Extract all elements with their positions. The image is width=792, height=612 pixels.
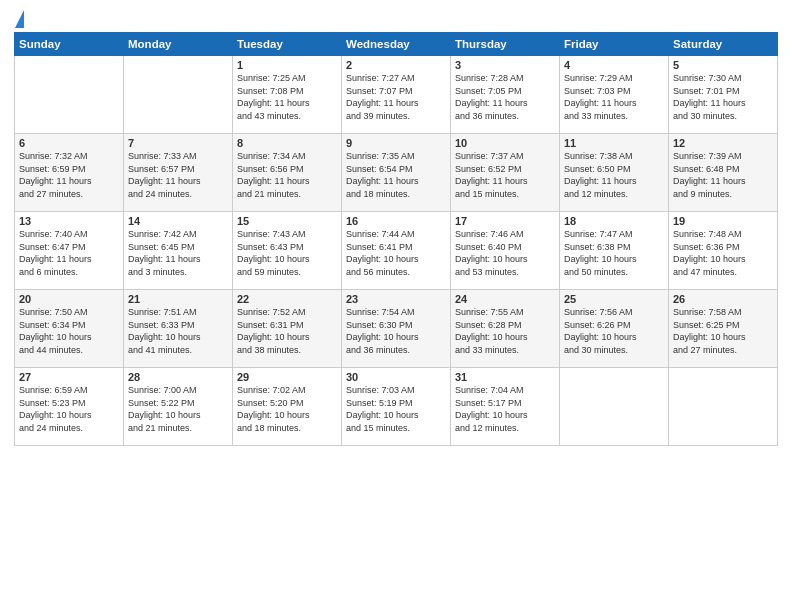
calendar-cell: 29Sunrise: 7:02 AM Sunset: 5:20 PM Dayli… [233, 368, 342, 446]
cell-info: Sunrise: 6:59 AM Sunset: 5:23 PM Dayligh… [19, 384, 119, 434]
cell-info: Sunrise: 7:43 AM Sunset: 6:43 PM Dayligh… [237, 228, 337, 278]
calendar-cell: 7Sunrise: 7:33 AM Sunset: 6:57 PM Daylig… [124, 134, 233, 212]
calendar-cell [124, 56, 233, 134]
day-number: 29 [237, 371, 337, 383]
column-header-monday: Monday [124, 33, 233, 56]
week-row-3: 13Sunrise: 7:40 AM Sunset: 6:47 PM Dayli… [15, 212, 778, 290]
day-number: 7 [128, 137, 228, 149]
calendar-cell: 2Sunrise: 7:27 AM Sunset: 7:07 PM Daylig… [342, 56, 451, 134]
column-header-thursday: Thursday [451, 33, 560, 56]
cell-info: Sunrise: 7:40 AM Sunset: 6:47 PM Dayligh… [19, 228, 119, 278]
calendar-cell: 11Sunrise: 7:38 AM Sunset: 6:50 PM Dayli… [560, 134, 669, 212]
cell-info: Sunrise: 7:33 AM Sunset: 6:57 PM Dayligh… [128, 150, 228, 200]
column-header-sunday: Sunday [15, 33, 124, 56]
calendar-cell: 5Sunrise: 7:30 AM Sunset: 7:01 PM Daylig… [669, 56, 778, 134]
header-row: SundayMondayTuesdayWednesdayThursdayFrid… [15, 33, 778, 56]
cell-info: Sunrise: 7:58 AM Sunset: 6:25 PM Dayligh… [673, 306, 773, 356]
cell-info: Sunrise: 7:38 AM Sunset: 6:50 PM Dayligh… [564, 150, 664, 200]
cell-info: Sunrise: 7:46 AM Sunset: 6:40 PM Dayligh… [455, 228, 555, 278]
cell-info: Sunrise: 7:39 AM Sunset: 6:48 PM Dayligh… [673, 150, 773, 200]
calendar-cell [15, 56, 124, 134]
day-number: 24 [455, 293, 555, 305]
calendar-cell: 12Sunrise: 7:39 AM Sunset: 6:48 PM Dayli… [669, 134, 778, 212]
day-number: 1 [237, 59, 337, 71]
cell-info: Sunrise: 7:29 AM Sunset: 7:03 PM Dayligh… [564, 72, 664, 122]
calendar-cell: 6Sunrise: 7:32 AM Sunset: 6:59 PM Daylig… [15, 134, 124, 212]
day-number: 18 [564, 215, 664, 227]
day-number: 4 [564, 59, 664, 71]
week-row-1: 1Sunrise: 7:25 AM Sunset: 7:08 PM Daylig… [15, 56, 778, 134]
calendar-body: 1Sunrise: 7:25 AM Sunset: 7:08 PM Daylig… [15, 56, 778, 446]
day-number: 30 [346, 371, 446, 383]
cell-info: Sunrise: 7:37 AM Sunset: 6:52 PM Dayligh… [455, 150, 555, 200]
header [14, 10, 778, 24]
calendar-cell: 22Sunrise: 7:52 AM Sunset: 6:31 PM Dayli… [233, 290, 342, 368]
day-number: 6 [19, 137, 119, 149]
day-number: 20 [19, 293, 119, 305]
calendar-cell: 25Sunrise: 7:56 AM Sunset: 6:26 PM Dayli… [560, 290, 669, 368]
cell-info: Sunrise: 7:52 AM Sunset: 6:31 PM Dayligh… [237, 306, 337, 356]
calendar-cell: 24Sunrise: 7:55 AM Sunset: 6:28 PM Dayli… [451, 290, 560, 368]
week-row-2: 6Sunrise: 7:32 AM Sunset: 6:59 PM Daylig… [15, 134, 778, 212]
calendar-cell: 4Sunrise: 7:29 AM Sunset: 7:03 PM Daylig… [560, 56, 669, 134]
cell-info: Sunrise: 7:00 AM Sunset: 5:22 PM Dayligh… [128, 384, 228, 434]
calendar-cell: 19Sunrise: 7:48 AM Sunset: 6:36 PM Dayli… [669, 212, 778, 290]
day-number: 19 [673, 215, 773, 227]
day-number: 17 [455, 215, 555, 227]
day-number: 11 [564, 137, 664, 149]
calendar-cell: 20Sunrise: 7:50 AM Sunset: 6:34 PM Dayli… [15, 290, 124, 368]
day-number: 26 [673, 293, 773, 305]
logo [14, 10, 24, 24]
day-number: 5 [673, 59, 773, 71]
calendar-cell: 1Sunrise: 7:25 AM Sunset: 7:08 PM Daylig… [233, 56, 342, 134]
calendar-cell: 14Sunrise: 7:42 AM Sunset: 6:45 PM Dayli… [124, 212, 233, 290]
day-number: 22 [237, 293, 337, 305]
day-number: 8 [237, 137, 337, 149]
cell-info: Sunrise: 7:51 AM Sunset: 6:33 PM Dayligh… [128, 306, 228, 356]
calendar-cell: 10Sunrise: 7:37 AM Sunset: 6:52 PM Dayli… [451, 134, 560, 212]
day-number: 27 [19, 371, 119, 383]
cell-info: Sunrise: 7:32 AM Sunset: 6:59 PM Dayligh… [19, 150, 119, 200]
cell-info: Sunrise: 7:48 AM Sunset: 6:36 PM Dayligh… [673, 228, 773, 278]
cell-info: Sunrise: 7:02 AM Sunset: 5:20 PM Dayligh… [237, 384, 337, 434]
calendar-cell: 27Sunrise: 6:59 AM Sunset: 5:23 PM Dayli… [15, 368, 124, 446]
cell-info: Sunrise: 7:54 AM Sunset: 6:30 PM Dayligh… [346, 306, 446, 356]
cell-info: Sunrise: 7:28 AM Sunset: 7:05 PM Dayligh… [455, 72, 555, 122]
day-number: 21 [128, 293, 228, 305]
week-row-5: 27Sunrise: 6:59 AM Sunset: 5:23 PM Dayli… [15, 368, 778, 446]
calendar-cell: 3Sunrise: 7:28 AM Sunset: 7:05 PM Daylig… [451, 56, 560, 134]
column-header-tuesday: Tuesday [233, 33, 342, 56]
week-row-4: 20Sunrise: 7:50 AM Sunset: 6:34 PM Dayli… [15, 290, 778, 368]
cell-info: Sunrise: 7:47 AM Sunset: 6:38 PM Dayligh… [564, 228, 664, 278]
calendar-cell [560, 368, 669, 446]
calendar-cell: 23Sunrise: 7:54 AM Sunset: 6:30 PM Dayli… [342, 290, 451, 368]
calendar-cell: 16Sunrise: 7:44 AM Sunset: 6:41 PM Dayli… [342, 212, 451, 290]
day-number: 9 [346, 137, 446, 149]
calendar-cell: 17Sunrise: 7:46 AM Sunset: 6:40 PM Dayli… [451, 212, 560, 290]
column-header-wednesday: Wednesday [342, 33, 451, 56]
cell-info: Sunrise: 7:55 AM Sunset: 6:28 PM Dayligh… [455, 306, 555, 356]
logo-image [14, 10, 24, 28]
calendar-cell: 28Sunrise: 7:00 AM Sunset: 5:22 PM Dayli… [124, 368, 233, 446]
cell-info: Sunrise: 7:27 AM Sunset: 7:07 PM Dayligh… [346, 72, 446, 122]
cell-info: Sunrise: 7:25 AM Sunset: 7:08 PM Dayligh… [237, 72, 337, 122]
column-header-saturday: Saturday [669, 33, 778, 56]
calendar-cell: 26Sunrise: 7:58 AM Sunset: 6:25 PM Dayli… [669, 290, 778, 368]
cell-info: Sunrise: 7:44 AM Sunset: 6:41 PM Dayligh… [346, 228, 446, 278]
calendar-cell: 8Sunrise: 7:34 AM Sunset: 6:56 PM Daylig… [233, 134, 342, 212]
cell-info: Sunrise: 7:04 AM Sunset: 5:17 PM Dayligh… [455, 384, 555, 434]
main-container: SundayMondayTuesdayWednesdayThursdayFrid… [0, 0, 792, 456]
cell-info: Sunrise: 7:03 AM Sunset: 5:19 PM Dayligh… [346, 384, 446, 434]
cell-info: Sunrise: 7:50 AM Sunset: 6:34 PM Dayligh… [19, 306, 119, 356]
calendar-cell: 9Sunrise: 7:35 AM Sunset: 6:54 PM Daylig… [342, 134, 451, 212]
cell-info: Sunrise: 7:30 AM Sunset: 7:01 PM Dayligh… [673, 72, 773, 122]
day-number: 15 [237, 215, 337, 227]
day-number: 25 [564, 293, 664, 305]
logo-triangle-icon [15, 10, 24, 28]
calendar-header: SundayMondayTuesdayWednesdayThursdayFrid… [15, 33, 778, 56]
day-number: 28 [128, 371, 228, 383]
day-number: 2 [346, 59, 446, 71]
day-number: 31 [455, 371, 555, 383]
column-header-friday: Friday [560, 33, 669, 56]
calendar-table: SundayMondayTuesdayWednesdayThursdayFrid… [14, 32, 778, 446]
